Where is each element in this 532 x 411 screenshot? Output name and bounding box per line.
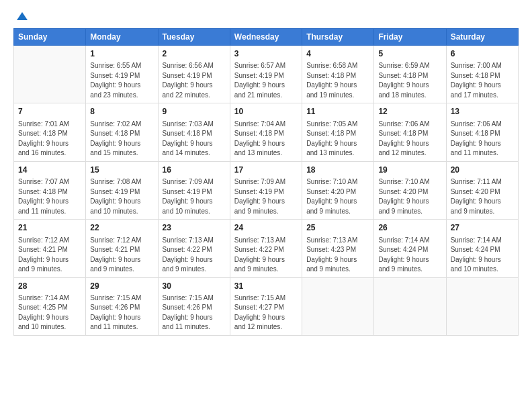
calendar-cell: 28Sunrise: 7:14 AMSunset: 4:25 PMDayligh…: [14, 277, 86, 335]
calendar-cell: 4Sunrise: 6:58 AMSunset: 4:18 PMDaylight…: [302, 46, 374, 103]
calendar-cell: [302, 277, 374, 335]
calendar-cell: 7Sunrise: 7:01 AMSunset: 4:18 PMDaylight…: [14, 103, 86, 161]
day-info: Sunrise: 7:12 AMSunset: 4:21 PMDaylight:…: [18, 236, 81, 275]
calendar-cell: 9Sunrise: 7:03 AMSunset: 4:18 PMDaylight…: [158, 103, 230, 161]
day-number: 11: [306, 106, 369, 118]
day-info: Sunrise: 7:05 AMSunset: 4:18 PMDaylight:…: [306, 120, 369, 158]
calendar-cell: 16Sunrise: 7:09 AMSunset: 4:19 PMDayligh…: [158, 161, 230, 219]
day-info: Sunrise: 7:14 AMSunset: 4:25 PMDaylight:…: [18, 293, 81, 332]
day-number: 13: [451, 106, 514, 118]
calendar-cell: 27Sunrise: 7:14 AMSunset: 4:24 PMDayligh…: [446, 220, 518, 277]
day-info: Sunrise: 7:13 AMSunset: 4:22 PMDaylight:…: [234, 236, 298, 275]
day-number: 21: [18, 222, 81, 234]
col-header-monday: Monday: [86, 29, 158, 46]
day-number: 29: [90, 281, 153, 292]
calendar-cell: 21Sunrise: 7:12 AMSunset: 4:21 PMDayligh…: [14, 220, 86, 277]
day-info: Sunrise: 7:08 AMSunset: 4:19 PMDaylight:…: [90, 177, 153, 216]
calendar-cell: 18Sunrise: 7:10 AMSunset: 4:20 PMDayligh…: [302, 161, 374, 219]
logo-icon: [15, 11, 29, 24]
day-info: Sunrise: 7:04 AMSunset: 4:18 PMDaylight:…: [234, 120, 298, 158]
day-info: Sunrise: 7:07 AMSunset: 4:18 PMDaylight:…: [18, 177, 81, 216]
day-number: 4: [306, 48, 369, 60]
calendar-week-row: 21Sunrise: 7:12 AMSunset: 4:21 PMDayligh…: [14, 220, 519, 277]
day-number: 28: [18, 281, 81, 292]
day-number: 15: [90, 165, 153, 176]
calendar-cell: 22Sunrise: 7:12 AMSunset: 4:21 PMDayligh…: [86, 220, 158, 277]
day-info: Sunrise: 7:15 AMSunset: 4:27 PMDaylight:…: [234, 293, 298, 332]
calendar-cell: 1Sunrise: 6:55 AMSunset: 4:19 PMDaylight…: [86, 46, 158, 103]
page: SundayMondayTuesdayWednesdayThursdayFrid…: [0, 0, 532, 411]
calendar-cell: 17Sunrise: 7:09 AMSunset: 4:19 PMDayligh…: [230, 161, 302, 219]
day-number: 22: [90, 222, 153, 234]
day-info: Sunrise: 7:13 AMSunset: 4:22 PMDaylight:…: [163, 236, 226, 275]
day-number: 8: [90, 106, 153, 118]
calendar-week-row: 28Sunrise: 7:14 AMSunset: 4:25 PMDayligh…: [14, 277, 519, 335]
logo: [13, 12, 29, 24]
calendar-week-row: 1Sunrise: 6:55 AMSunset: 4:19 PMDaylight…: [14, 46, 519, 103]
day-info: Sunrise: 7:12 AMSunset: 4:21 PMDaylight:…: [90, 236, 153, 275]
day-number: 6: [451, 48, 514, 60]
calendar-cell: [446, 277, 518, 335]
header: [13, 12, 519, 24]
day-number: 10: [234, 106, 298, 118]
day-info: Sunrise: 7:15 AMSunset: 4:26 PMDaylight:…: [90, 293, 153, 332]
day-number: 12: [378, 106, 441, 118]
day-number: 17: [234, 165, 298, 176]
day-number: 24: [234, 222, 298, 234]
day-number: 19: [378, 165, 441, 176]
day-info: Sunrise: 7:14 AMSunset: 4:24 PMDaylight:…: [378, 236, 441, 275]
calendar-cell: 11Sunrise: 7:05 AMSunset: 4:18 PMDayligh…: [302, 103, 374, 161]
calendar-table: SundayMondayTuesdayWednesdayThursdayFrid…: [13, 28, 519, 336]
calendar-cell: 29Sunrise: 7:15 AMSunset: 4:26 PMDayligh…: [86, 277, 158, 335]
day-number: 14: [18, 165, 81, 176]
day-number: 18: [306, 165, 369, 176]
calendar-cell: 3Sunrise: 6:57 AMSunset: 4:19 PMDaylight…: [230, 46, 302, 103]
day-number: 25: [306, 222, 369, 234]
day-number: 2: [163, 48, 226, 60]
col-header-tuesday: Tuesday: [158, 29, 230, 46]
day-info: Sunrise: 7:13 AMSunset: 4:23 PMDaylight:…: [306, 236, 369, 275]
day-info: Sunrise: 7:01 AMSunset: 4:18 PMDaylight:…: [18, 120, 81, 158]
calendar-cell: 5Sunrise: 6:59 AMSunset: 4:18 PMDaylight…: [374, 46, 446, 103]
day-info: Sunrise: 6:59 AMSunset: 4:18 PMDaylight:…: [378, 61, 441, 100]
col-header-wednesday: Wednesday: [230, 29, 302, 46]
col-header-thursday: Thursday: [302, 29, 374, 46]
calendar-cell: [374, 277, 446, 335]
calendar-cell: 26Sunrise: 7:14 AMSunset: 4:24 PMDayligh…: [374, 220, 446, 277]
day-info: Sunrise: 7:09 AMSunset: 4:19 PMDaylight:…: [234, 177, 298, 216]
calendar-cell: 19Sunrise: 7:10 AMSunset: 4:20 PMDayligh…: [374, 161, 446, 219]
day-info: Sunrise: 6:56 AMSunset: 4:19 PMDaylight:…: [163, 61, 226, 100]
calendar-cell: 13Sunrise: 7:06 AMSunset: 4:18 PMDayligh…: [446, 103, 518, 161]
day-number: 26: [378, 222, 441, 234]
day-number: 7: [18, 106, 81, 118]
day-number: 31: [234, 281, 298, 292]
day-number: 23: [163, 222, 226, 234]
day-number: 5: [378, 48, 441, 60]
col-header-sunday: Sunday: [14, 29, 86, 46]
calendar-cell: 15Sunrise: 7:08 AMSunset: 4:19 PMDayligh…: [86, 161, 158, 219]
calendar-cell: 31Sunrise: 7:15 AMSunset: 4:27 PMDayligh…: [230, 277, 302, 335]
calendar-week-row: 14Sunrise: 7:07 AMSunset: 4:18 PMDayligh…: [14, 161, 519, 219]
day-info: Sunrise: 7:15 AMSunset: 4:26 PMDaylight:…: [163, 293, 226, 332]
calendar-cell: 10Sunrise: 7:04 AMSunset: 4:18 PMDayligh…: [230, 103, 302, 161]
calendar-cell: 30Sunrise: 7:15 AMSunset: 4:26 PMDayligh…: [158, 277, 230, 335]
calendar-cell: 20Sunrise: 7:11 AMSunset: 4:20 PMDayligh…: [446, 161, 518, 219]
day-info: Sunrise: 7:02 AMSunset: 4:18 PMDaylight:…: [90, 120, 153, 158]
svg-marker-0: [17, 12, 28, 20]
calendar-week-row: 7Sunrise: 7:01 AMSunset: 4:18 PMDaylight…: [14, 103, 519, 161]
day-info: Sunrise: 6:57 AMSunset: 4:19 PMDaylight:…: [234, 61, 298, 100]
col-header-friday: Friday: [374, 29, 446, 46]
day-number: 1: [90, 48, 153, 60]
calendar-cell: 23Sunrise: 7:13 AMSunset: 4:22 PMDayligh…: [158, 220, 230, 277]
day-info: Sunrise: 6:55 AMSunset: 4:19 PMDaylight:…: [90, 61, 153, 100]
day-info: Sunrise: 7:03 AMSunset: 4:18 PMDaylight:…: [163, 120, 226, 158]
day-info: Sunrise: 6:58 AMSunset: 4:18 PMDaylight:…: [306, 61, 369, 100]
day-number: 30: [163, 281, 226, 292]
calendar-cell: [14, 46, 86, 103]
day-info: Sunrise: 7:00 AMSunset: 4:18 PMDaylight:…: [451, 61, 514, 100]
calendar-cell: 24Sunrise: 7:13 AMSunset: 4:22 PMDayligh…: [230, 220, 302, 277]
day-info: Sunrise: 7:14 AMSunset: 4:24 PMDaylight:…: [451, 236, 514, 275]
day-info: Sunrise: 7:10 AMSunset: 4:20 PMDaylight:…: [306, 177, 369, 216]
calendar-header-row: SundayMondayTuesdayWednesdayThursdayFrid…: [14, 29, 519, 46]
day-number: 16: [163, 165, 226, 176]
